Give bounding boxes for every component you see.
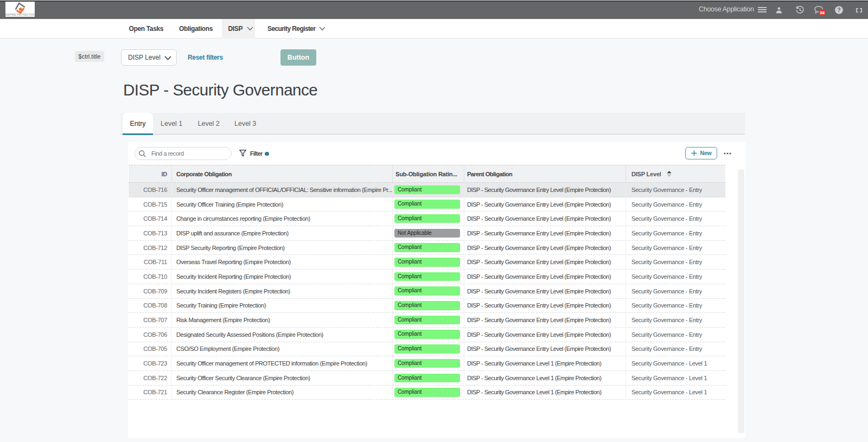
svg-text:?: ? bbox=[837, 7, 840, 13]
svg-text:38: 38 bbox=[820, 10, 825, 15]
svg-text:EMPIRE PROTECTION: EMPIRE PROTECTION bbox=[5, 14, 35, 16]
